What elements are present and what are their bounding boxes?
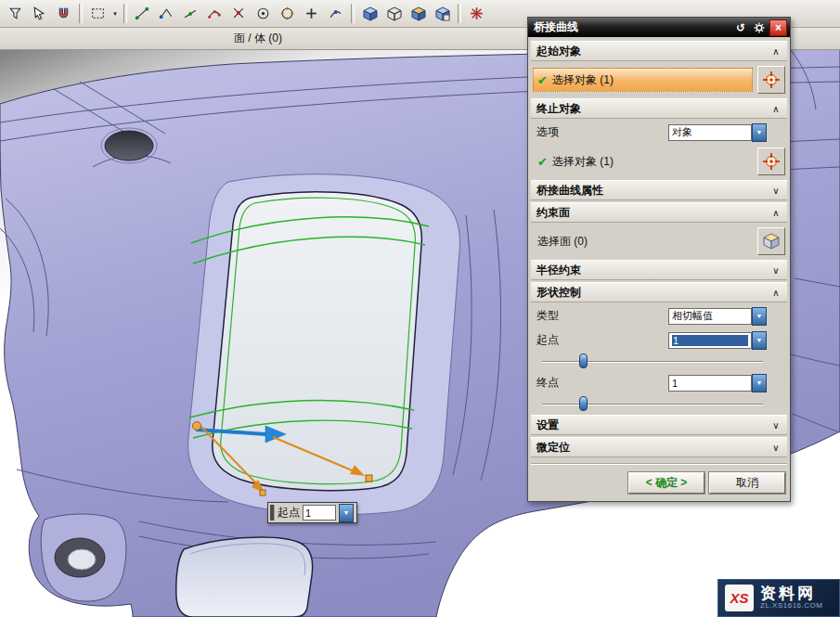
ok-button[interactable]: < 确定 > <box>628 472 704 494</box>
central-opening <box>213 192 422 491</box>
dialog-title: 桥接曲线 <box>534 19 730 35</box>
end-select-object-button[interactable] <box>757 148 785 175</box>
mid-point-handle <box>260 490 265 495</box>
type-label: 类型 <box>536 308 559 324</box>
section-micro-positioning[interactable]: 微定位 ∨ <box>531 437 787 457</box>
start-slider-thumb[interactable] <box>579 353 588 368</box>
toolbar-separator <box>351 4 355 23</box>
start-value-field[interactable]: 1 <box>668 332 752 349</box>
general-selection-icon[interactable] <box>28 2 51 25</box>
end-select-object-label: 选择对象 (1) <box>552 154 614 170</box>
cancel-button[interactable]: 取消 <box>709 472 785 494</box>
gear-icon[interactable] <box>751 20 768 35</box>
section-start-object[interactable]: 起始对象 ∧ <box>531 41 787 61</box>
cancel-button-label: 取消 <box>736 475 758 491</box>
intersection-icon[interactable] <box>227 2 251 25</box>
section-constraint-face[interactable]: 约束面 ∧ <box>531 202 787 223</box>
check-icon: ✔ <box>537 73 548 87</box>
options-dropdown[interactable]: 对象 <box>668 124 752 141</box>
section-settings[interactable]: 设置 ∨ <box>531 415 787 435</box>
start-select-object-button[interactable] <box>757 66 785 94</box>
section-title: 终止对象 <box>536 101 581 117</box>
end-slider-track[interactable] <box>542 404 763 405</box>
end-select-object-row[interactable]: ✔ 选择对象 (1) <box>533 149 753 174</box>
arc-center-icon[interactable] <box>252 2 275 25</box>
end-slider[interactable] <box>542 396 763 412</box>
control-point-icon[interactable] <box>203 2 226 25</box>
check-icon: ✔ <box>537 155 548 169</box>
top-hole <box>105 131 153 161</box>
snap-settings-icon[interactable] <box>52 2 75 25</box>
type-dropdown-arrow-icon[interactable] <box>752 307 767 326</box>
start-value-spinner[interactable] <box>752 331 767 350</box>
midpoint-icon[interactable] <box>179 2 202 25</box>
chevron-down-icon[interactable]: ∨ <box>768 443 784 453</box>
select-face-row[interactable]: 选择面 (0) <box>533 229 753 253</box>
snap-point-icon[interactable] <box>131 2 154 25</box>
selection-scope-label[interactable]: 面 / 体 (0) <box>234 31 282 46</box>
section-bridge-properties[interactable]: 桥接曲线属性 ∨ <box>531 180 787 200</box>
end-value-label: 终点 <box>536 375 559 391</box>
existing-point-icon[interactable] <box>300 2 323 25</box>
onscreen-input[interactable]: 起点 1 <box>267 502 357 523</box>
rect-select-dropdown-icon[interactable]: ▼ <box>110 3 120 24</box>
start-value-text: 1 <box>672 335 748 346</box>
start-slider-track[interactable] <box>542 361 763 363</box>
toolbar-separator <box>458 4 461 23</box>
section-title: 形状控制 <box>536 285 581 301</box>
chevron-up-icon[interactable]: ∧ <box>768 46 784 57</box>
selection-filter-icon[interactable] <box>4 2 27 25</box>
point-on-curve-icon[interactable] <box>324 2 347 25</box>
watermark-name: 资料网 <box>760 585 822 603</box>
section-end-object[interactable]: 终止对象 ∧ <box>531 98 787 119</box>
section-title: 约束面 <box>536 205 570 221</box>
bridge-curve-dialog: 桥接曲线 ↺ × 起始对象 ∧ ✔ 选择对象 (1) <box>527 17 791 502</box>
end-slider-thumb[interactable] <box>579 396 588 411</box>
select-face-button[interactable] <box>757 227 785 255</box>
type-dropdown[interactable]: 相切幅值 <box>668 308 752 325</box>
end-point-handle <box>366 475 372 482</box>
nx-window: ▼ 面 <box>0 0 840 617</box>
start-select-object-row[interactable]: ✔ 选择对象 (1) <box>533 68 753 92</box>
close-icon[interactable]: × <box>769 19 787 36</box>
start-select-object-label: 选择对象 (1) <box>552 72 614 88</box>
chevron-up-icon[interactable]: ∧ <box>768 288 784 298</box>
interrupt-icon[interactable] <box>465 2 488 25</box>
section-title: 桥接曲线属性 <box>536 183 603 199</box>
rectangle-select-icon[interactable] <box>86 2 110 25</box>
start-value-label: 起点 <box>536 332 559 348</box>
dialog-titlebar[interactable]: 桥接曲线 ↺ × <box>528 18 790 37</box>
end-value-spinner[interactable] <box>752 374 767 392</box>
chevron-down-icon[interactable]: ∨ <box>768 420 784 431</box>
quadrant-point-icon[interactable] <box>276 2 299 25</box>
layers-cube-icon[interactable] <box>431 2 454 25</box>
reset-icon[interactable]: ↺ <box>732 20 749 35</box>
toolbar-separator <box>79 4 83 23</box>
drag-grip-icon[interactable] <box>270 505 275 521</box>
watermark: XS 资料网 ZL.XS1616.COM <box>717 579 840 617</box>
select-face-label: 选择面 (0) <box>537 234 588 250</box>
chevron-down-icon[interactable]: ∨ <box>768 186 784 196</box>
ok-button-label: < 确定 > <box>646 475 688 491</box>
wireframe-cube-icon[interactable] <box>382 2 406 25</box>
onscreen-spinner-button[interactable] <box>339 504 354 522</box>
section-title: 微定位 <box>536 440 570 456</box>
chevron-down-icon[interactable]: ∨ <box>768 265 784 276</box>
start-point-handle <box>193 422 201 431</box>
start-slider[interactable] <box>542 353 763 369</box>
section-radius-constraint[interactable]: 半径约束 ∨ <box>531 260 787 280</box>
watermark-url: ZL.XS1616.COM <box>760 602 822 611</box>
toolbar-separator <box>123 4 127 23</box>
face-analysis-cube-icon[interactable] <box>407 2 430 25</box>
chevron-up-icon[interactable]: ∧ <box>768 208 784 218</box>
end-value-field[interactable]: 1 <box>668 375 752 392</box>
shaded-cube-icon[interactable] <box>358 2 381 25</box>
watermark-logo-icon: XS <box>725 585 754 611</box>
section-shape-control[interactable]: 形状控制 ∧ <box>531 282 787 302</box>
endpoint-icon[interactable] <box>155 2 178 25</box>
options-dropdown-arrow-icon[interactable] <box>752 123 767 142</box>
chevron-up-icon[interactable]: ∧ <box>768 104 784 114</box>
onscreen-input-label: 起点 <box>278 505 300 521</box>
bottom-opening <box>176 537 313 617</box>
onscreen-input-field[interactable]: 1 <box>303 505 336 521</box>
